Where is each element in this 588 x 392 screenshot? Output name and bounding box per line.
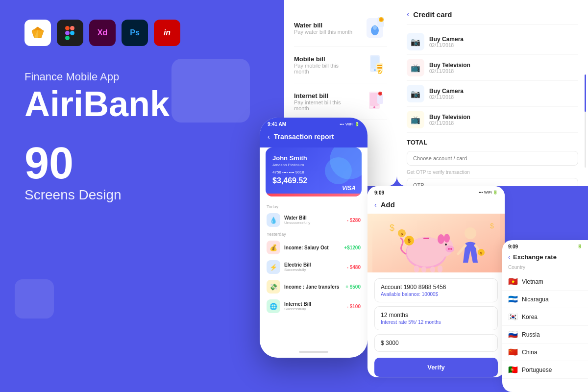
country-russia[interactable]: 🇷🇺 Russia bbox=[502, 326, 588, 343]
name-korea: Korea bbox=[522, 314, 538, 320]
flag-russia: 🇷🇺 bbox=[508, 330, 518, 339]
add-back-button[interactable]: ‹ bbox=[374, 201, 377, 209]
credit-item-3: 📷 Buy Camera 02/11/2018 bbox=[407, 81, 578, 107]
add-header: ‹ Add bbox=[368, 197, 505, 214]
card-decoration-bar bbox=[266, 194, 362, 196]
exchange-title: Exchange rate bbox=[513, 253, 557, 261]
scrollbar[interactable] bbox=[585, 74, 586, 168]
svg-text:$: $ bbox=[401, 232, 403, 236]
exchange-header: ‹ Exchange rate bbox=[502, 251, 588, 265]
country-portuguese[interactable]: 🇵🇹 Portuguese bbox=[502, 361, 588, 379]
section-today: Today bbox=[260, 202, 368, 210]
svg-point-11 bbox=[373, 25, 377, 30]
svg-rect-39 bbox=[421, 267, 426, 272]
credit-panel-title: Credit card bbox=[413, 10, 452, 19]
amount-value: $ 3000 bbox=[381, 340, 491, 346]
months-box: 12 months Interest rate 5%/ 12 months bbox=[374, 306, 498, 330]
screen-count: 90 bbox=[24, 141, 235, 185]
cli-name-4: Buy Television bbox=[429, 114, 578, 121]
phone-header: ‹ Transaction report bbox=[260, 129, 368, 147]
internet-trans-icon: 🌐 bbox=[267, 299, 280, 313]
account-number: Account 1900 8988 5456 bbox=[381, 284, 491, 291]
card-number: 4756 •••• •••• 9018 bbox=[272, 170, 355, 174]
tool-icons-row: Xd Ps in bbox=[24, 20, 235, 46]
card-name: John Smith bbox=[272, 154, 355, 162]
phone-status-icons: ▪▪▪ WiFi 🔋 bbox=[340, 122, 360, 126]
svg-point-46 bbox=[465, 227, 476, 239]
add-form: Account 1900 8988 5456 Available balance… bbox=[368, 272, 505, 377]
bill-item-water: Water bill Pay water bill this month bbox=[294, 10, 387, 47]
blob-decoration-1 bbox=[172, 59, 250, 122]
phone-back-button[interactable]: ‹ bbox=[268, 133, 270, 141]
cli-date-2: 02/11/2018 bbox=[429, 69, 578, 74]
electric-trans-icon: ⚡ bbox=[267, 260, 280, 274]
svg-point-36 bbox=[445, 244, 447, 245]
bill-name-mobile: Mobile bill bbox=[294, 55, 355, 63]
svg-rect-3 bbox=[65, 26, 70, 30]
bill-sub-mobile: Pay mobile bill this month bbox=[294, 63, 355, 74]
amount-box: $ 3000 bbox=[374, 334, 498, 352]
exchange-status-bar: 9:09 🔋 bbox=[502, 240, 588, 251]
exchange-back-button[interactable]: ‹ bbox=[508, 254, 510, 261]
tv-icon-1: 📺 bbox=[407, 59, 424, 76]
country-china[interactable]: 🇨🇳 China bbox=[502, 343, 588, 361]
phone-status-bar: 9:41 AM ▪▪▪ WiFi 🔋 bbox=[260, 118, 368, 129]
svg-rect-37 bbox=[423, 238, 429, 239]
phone-home-indicator bbox=[299, 351, 328, 353]
back-arrow-icon[interactable]: ‹ bbox=[407, 10, 409, 19]
water-trans-icon: 💧 bbox=[267, 213, 280, 227]
exchange-status-icons: 🔋 bbox=[577, 244, 582, 249]
cli-date-4: 02/11/2018 bbox=[429, 121, 578, 126]
piggy-illustration: $ $ $ $ $ bbox=[368, 214, 505, 272]
left-panel: Xd Ps in Finance Mobile App AiriBank 90 … bbox=[0, 0, 260, 392]
interest-rate: Interest rate 5%/ 12 months bbox=[381, 319, 491, 325]
available-balance: Available balance: 10000$ bbox=[381, 292, 491, 297]
svg-point-35 bbox=[450, 248, 452, 250]
svg-rect-19 bbox=[377, 67, 382, 69]
svg-point-32 bbox=[444, 234, 450, 243]
bill-sub-internet: Pay internet bill this month bbox=[294, 99, 355, 111]
cli-date-3: 02/11/2018 bbox=[429, 95, 578, 100]
name-nicaragua: Nicaragua bbox=[522, 296, 549, 303]
internet-amount: - $100 bbox=[347, 304, 361, 309]
phone-header-title: Transaction report bbox=[274, 133, 334, 141]
add-status-bar: 9:09 ▪▪▪ WiFi 🔋 bbox=[368, 186, 505, 197]
jane-trans-icon: 💸 bbox=[267, 280, 280, 294]
name-portuguese: Portuguese bbox=[522, 367, 552, 373]
svg-text:$: $ bbox=[408, 238, 411, 244]
cli-name-3: Buy Camera bbox=[429, 88, 578, 95]
salary-trans-icon: 💰 bbox=[267, 241, 280, 254]
electric-amount: - $480 bbox=[347, 265, 361, 270]
total-label: TOTAL bbox=[407, 139, 578, 146]
transaction-water: 💧 Water Bill Unsuccessfully - $280 bbox=[260, 210, 368, 230]
invision-icon: in bbox=[154, 20, 180, 46]
svg-rect-38 bbox=[414, 266, 419, 272]
transaction-electric: ⚡ Electric Bill Successfully - $480 bbox=[260, 257, 368, 277]
credit-panel-header: ‹ Credit card bbox=[407, 10, 578, 25]
flag-portuguese: 🇵🇹 bbox=[508, 365, 518, 374]
account-input[interactable] bbox=[407, 151, 578, 166]
country-vietnam[interactable]: 🇻🇳 Vietnam bbox=[502, 273, 588, 291]
card-type: Amazon Platinium bbox=[272, 163, 355, 167]
exchange-rate-panel: 9:09 🔋 ‹ Exchange rate Country 🇻🇳 Vietna… bbox=[502, 240, 588, 392]
otp-input[interactable] bbox=[407, 178, 578, 186]
xd-icon: Xd bbox=[89, 20, 116, 46]
add-verify-button[interactable]: Verify bbox=[374, 358, 498, 377]
add-panel: 9:09 ▪▪▪ WiFi 🔋 ‹ Add bbox=[368, 186, 505, 377]
credit-item-2: 📺 Buy Television 02/11/2018 bbox=[407, 55, 578, 81]
cli-name-2: Buy Television bbox=[429, 62, 578, 69]
credit-item-1: 📷 Buy Camera 02/11/2018 bbox=[407, 29, 578, 55]
jane-amount: + $500 bbox=[345, 284, 361, 290]
name-russia: Russia bbox=[522, 331, 540, 338]
svg-rect-4 bbox=[70, 26, 74, 30]
svg-point-34 bbox=[448, 248, 450, 250]
country-korea[interactable]: 🇰🇷 Korea bbox=[502, 308, 588, 326]
add-title: Add bbox=[381, 200, 395, 209]
svg-rect-6 bbox=[65, 36, 70, 40]
cli-date-1: 02/11/2018 bbox=[429, 43, 578, 48]
transaction-internet: 🌐 Internet Bill Successfully - $100 bbox=[260, 296, 368, 316]
svg-text:$: $ bbox=[390, 223, 394, 233]
camera-icon-1: 📷 bbox=[407, 33, 424, 50]
country-nicaragua[interactable]: 🇳🇮 Nicaragua bbox=[502, 291, 588, 308]
svg-text:$: $ bbox=[480, 251, 482, 255]
